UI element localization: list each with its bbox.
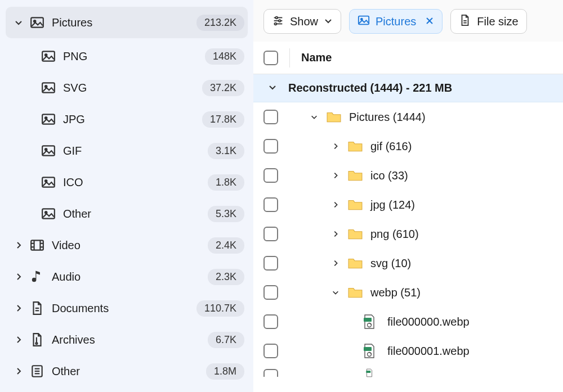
sidebar-item-video[interactable]: Video 2.4K	[0, 229, 253, 261]
tree-row-gif[interactable]: gif (616)	[253, 132, 563, 161]
tree-row-ico[interactable]: ico (33)	[253, 161, 563, 190]
sidebar: Pictures 213.2K PNG 148K SVG 37.2K JPG 1…	[0, 0, 253, 392]
group-reconstructed[interactable]: Reconstructed (1444) - 221 MB	[253, 74, 563, 102]
row-checkbox[interactable]	[263, 285, 278, 300]
svg-rect-2	[42, 51, 55, 61]
picture-icon	[358, 14, 370, 29]
sidebar-item-audio[interactable]: Audio 2.3K	[0, 261, 253, 292]
sidebar-item-count: 2.3K	[208, 269, 244, 285]
svg-rect-10	[42, 177, 55, 187]
tree-row-svg[interactable]: svg (10)	[253, 249, 563, 278]
column-name[interactable]: Name	[301, 51, 332, 64]
sidebar-item-svg[interactable]: SVG 37.2K	[0, 72, 253, 103]
sidebar-item-label: Other	[50, 365, 206, 378]
sidebar-item-label: Pictures	[50, 16, 196, 29]
sidebar-item-label: Other	[61, 208, 208, 220]
sidebar-item-count: 148K	[205, 48, 244, 65]
filesize-label: File size	[477, 15, 518, 28]
sidebar-item-label: GIF	[61, 145, 208, 157]
row-checkbox[interactable]	[263, 314, 278, 329]
chevron-right-icon[interactable]	[330, 201, 341, 209]
sidebar-item-label: Documents	[50, 302, 196, 315]
row-checkbox[interactable]	[263, 256, 278, 271]
chevron-right-icon[interactable]	[12, 335, 25, 344]
row-checkbox[interactable]	[263, 369, 278, 377]
sidebar-item-gif[interactable]: GIF 3.1K	[0, 135, 253, 166]
row-checkbox[interactable]	[263, 344, 278, 358]
picture-icon	[36, 143, 61, 158]
svg-rect-6	[42, 114, 55, 124]
svg-rect-4	[42, 83, 55, 92]
sidebar-item-label: JPG	[61, 113, 202, 126]
sidebar-item-count: 3.1K	[208, 143, 244, 159]
tree-row-file[interactable]: file000000.webp	[253, 307, 563, 336]
sidebar-item-label: ICO	[61, 176, 208, 189]
show-dropdown[interactable]: Show	[263, 9, 341, 34]
sidebar-item-archives[interactable]: Archives 6.7K	[0, 324, 253, 355]
filesize-button[interactable]: File size	[450, 9, 526, 34]
chevron-right-icon[interactable]	[12, 304, 25, 313]
column-header: Name	[253, 42, 563, 74]
toolbar: Show Pictures File size	[253, 0, 563, 42]
chevron-right-icon[interactable]	[12, 241, 25, 250]
row-checkbox[interactable]	[263, 227, 278, 241]
sidebar-item-pictures-other[interactable]: Other 5.3K	[0, 198, 253, 229]
sidebar-item-pictures[interactable]: Pictures 213.2K	[6, 7, 248, 38]
chevron-down-icon[interactable]	[12, 18, 25, 27]
chevron-right-icon[interactable]	[12, 272, 25, 281]
chevron-right-icon[interactable]	[330, 259, 341, 267]
picture-icon	[36, 80, 61, 95]
select-all-checkbox[interactable]	[263, 51, 278, 65]
row-label: file000000.webp	[385, 316, 470, 328]
chevron-down-icon[interactable]	[330, 289, 341, 296]
tree-row-file[interactable]: file000001.webp	[253, 336, 563, 366]
folder-icon	[348, 199, 364, 211]
close-icon[interactable]	[425, 15, 434, 28]
picture-icon	[36, 112, 61, 127]
row-checkbox[interactable]	[263, 139, 278, 154]
svg-rect-8	[42, 146, 55, 155]
sidebar-item-ico[interactable]: ICO 1.8K	[0, 166, 253, 198]
tree-row-pictures[interactable]: Pictures (1444)	[253, 102, 563, 132]
sidebar-item-png[interactable]: PNG 148K	[0, 40, 253, 72]
row-label: jpg (124)	[370, 199, 415, 211]
sidebar-item-count: 17.8K	[202, 111, 244, 128]
chevron-right-icon[interactable]	[330, 230, 341, 238]
row-label: ico (33)	[370, 169, 408, 182]
other-icon	[25, 364, 50, 379]
audio-icon	[25, 269, 50, 284]
svg-point-24	[35, 343, 37, 344]
svg-point-34	[275, 22, 277, 25]
chevron-down-icon[interactable]	[309, 113, 320, 121]
document-icon	[459, 14, 471, 29]
chevron-right-icon[interactable]	[330, 142, 341, 150]
sidebar-item-documents[interactable]: Documents 110.7K	[0, 292, 253, 324]
svg-point-30	[275, 16, 278, 19]
row-label: svg (10)	[370, 257, 411, 270]
sidebar-item-count: 1.8K	[208, 174, 244, 191]
row-checkbox[interactable]	[263, 110, 278, 124]
sidebar-item-jpg[interactable]: JPG 17.8K	[0, 103, 253, 135]
chevron-down-icon	[324, 15, 333, 28]
tree-row-jpg[interactable]: jpg (124)	[253, 190, 563, 219]
row-checkbox[interactable]	[263, 197, 278, 212]
svg-rect-0	[31, 17, 43, 27]
sidebar-item-other[interactable]: Other 1.8M	[0, 355, 253, 387]
sidebar-item-label: PNG	[61, 50, 205, 63]
row-label: gif (616)	[370, 140, 412, 153]
group-label: Reconstructed (1444) - 221 MB	[288, 82, 452, 94]
tree-row-file[interactable]	[253, 366, 563, 380]
sidebar-item-label: SVG	[61, 82, 202, 94]
tree-row-png[interactable]: png (610)	[253, 219, 563, 249]
row-checkbox[interactable]	[263, 168, 278, 183]
filter-pill-pictures[interactable]: Pictures	[349, 9, 443, 34]
chevron-right-icon[interactable]	[12, 367, 25, 376]
chevron-right-icon[interactable]	[330, 172, 341, 179]
tree-row-webp[interactable]: webp (51)	[253, 278, 563, 307]
file-tree: Pictures (1444) gif (616) ico (33)	[253, 102, 563, 392]
main-panel: Show Pictures File size Name	[253, 0, 563, 392]
row-label: webp (51)	[370, 286, 421, 299]
picture-icon	[36, 49, 61, 64]
chevron-down-icon[interactable]	[268, 82, 277, 94]
folder-icon	[348, 286, 364, 299]
